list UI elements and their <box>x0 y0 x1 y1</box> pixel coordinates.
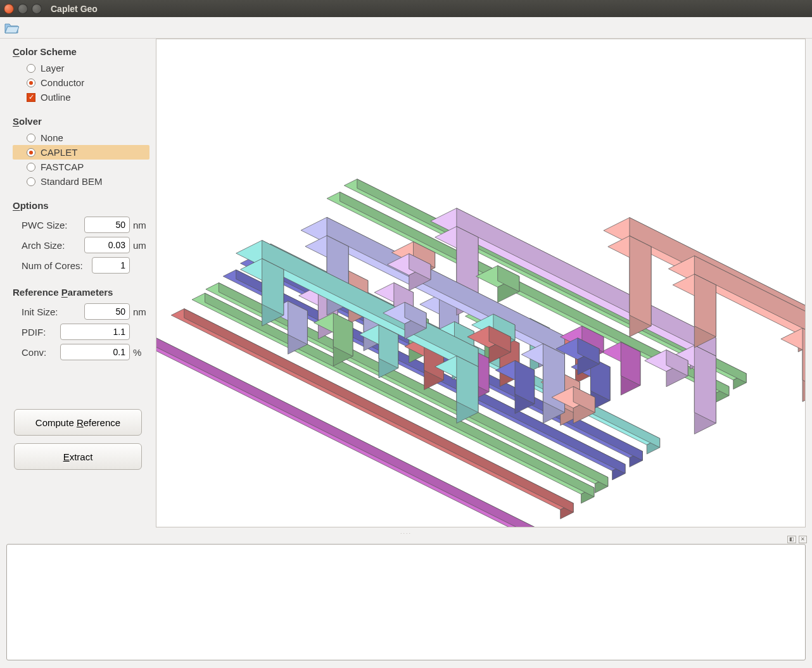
color-scheme-group: Color Scheme Layer Conductor Outline <box>13 46 149 104</box>
svg-marker-134 <box>694 274 716 337</box>
unit-label: um <box>133 240 149 251</box>
arch-size-row: Arch Size: um <box>13 235 149 255</box>
option-label: Outline <box>41 92 71 103</box>
unit-label: nm <box>133 306 149 317</box>
num-cores-row: Num of Cores: <box>13 255 149 275</box>
pwc-size-row: PWC Size: nm <box>13 215 149 235</box>
compute-reference-button[interactable]: Compute Reference <box>14 409 142 436</box>
field-label: PDIF: <box>22 327 46 337</box>
reference-group: Reference Parameters Init Size: nm PDIF:… <box>13 287 149 362</box>
reference-title: Reference Parameters <box>13 287 149 298</box>
option-label: Standard BEM <box>41 176 103 187</box>
unit-label: % <box>133 347 149 358</box>
unit-label: nm <box>133 220 149 230</box>
svg-marker-135 <box>781 328 805 350</box>
radio-icon <box>27 177 35 186</box>
num-cores-input[interactable] <box>92 257 130 274</box>
checkbox-icon <box>27 93 35 102</box>
dock-close-icon[interactable]: ✕ <box>799 536 807 543</box>
svg-marker-101 <box>694 345 716 423</box>
window-title: Caplet Geo <box>51 4 98 14</box>
conv-row: Conv: % <box>13 342 149 362</box>
option-label: None <box>41 132 63 143</box>
solver-fastcap[interactable]: FASTCAP <box>13 160 149 174</box>
svg-marker-125 <box>630 236 651 326</box>
radio-icon <box>27 163 35 172</box>
color-scheme-title: Color Scheme <box>13 46 149 57</box>
window-close-button[interactable] <box>4 4 14 14</box>
window-minimize-button[interactable] <box>18 4 28 14</box>
options-title: Options <box>13 200 149 211</box>
field-label: Init Size: <box>22 306 58 317</box>
solver-group: Solver None CAPLET FASTCAP Standard BEM <box>13 116 149 189</box>
solver-standard-bem[interactable]: Standard BEM <box>13 174 149 189</box>
settings-sidebar: Color Scheme Layer Conductor Outline Sol… <box>0 39 156 531</box>
open-file-icon[interactable] <box>4 21 19 35</box>
window-titlebar: Caplet Geo <box>0 0 812 17</box>
solver-title: Solver <box>13 116 149 127</box>
dock-float-icon[interactable]: ◧ <box>787 536 796 543</box>
init-size-input[interactable] <box>84 303 130 320</box>
console-output[interactable] <box>6 544 806 660</box>
pwc-size-input[interactable] <box>84 217 130 233</box>
geometry-scene <box>156 179 805 527</box>
field-label: Num of Cores: <box>22 260 83 271</box>
color-scheme-layer[interactable]: Layer <box>13 61 149 75</box>
radio-icon <box>27 148 35 157</box>
arch-size-input[interactable] <box>84 237 130 253</box>
console-dock-controls: ◧ ✕ <box>0 535 812 544</box>
color-scheme-conductor[interactable]: Conductor <box>13 75 149 90</box>
field-label: Conv: <box>22 347 46 358</box>
toolbar <box>0 17 812 39</box>
solver-caplet[interactable]: CAPLET <box>13 145 149 160</box>
geometry-viewport[interactable] <box>156 39 806 527</box>
option-label: CAPLET <box>41 147 77 158</box>
init-size-row: Init Size: nm <box>13 301 149 322</box>
field-label: PWC Size: <box>22 220 68 230</box>
pdif-row: PDIF: <box>13 322 149 342</box>
option-label: Layer <box>41 63 65 73</box>
radio-icon <box>27 64 35 73</box>
option-label: FASTCAP <box>41 161 84 172</box>
radio-icon <box>27 134 35 142</box>
field-label: Arch Size: <box>22 240 65 251</box>
pdif-input[interactable] <box>60 324 130 340</box>
extract-button[interactable]: Extract <box>14 443 142 470</box>
window-maximize-button[interactable] <box>32 4 42 14</box>
option-label: Conductor <box>41 77 84 88</box>
solver-none[interactable]: None <box>13 130 149 145</box>
color-scheme-outline[interactable]: Outline <box>13 90 149 104</box>
radio-icon <box>27 79 35 87</box>
options-group: Options PWC Size: nm Arch Size: um Num o… <box>13 200 149 275</box>
conv-input[interactable] <box>60 344 130 360</box>
